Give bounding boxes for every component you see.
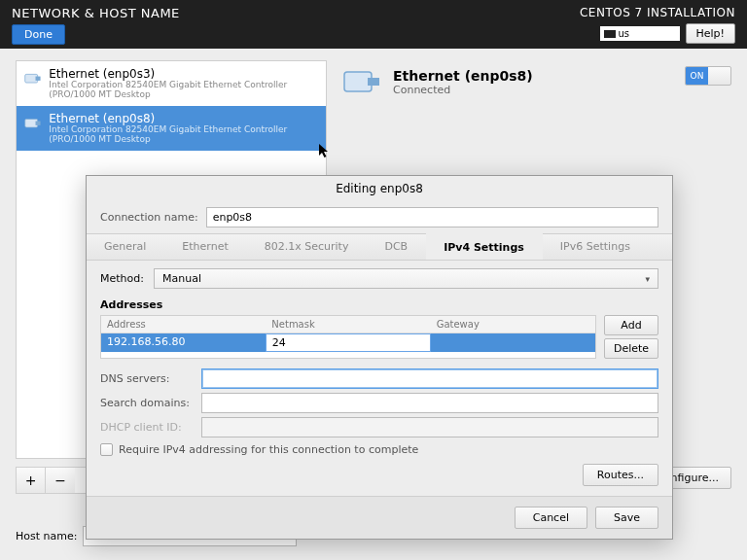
interface-item-enp0s8[interactable]: Ethernet (enp0s8) Intel Corporation 8254… — [17, 106, 326, 151]
interface-toggle[interactable]: ON — [685, 66, 731, 86]
svg-rect-5 — [368, 78, 379, 86]
connection-name-label: Connection name: — [100, 211, 198, 224]
remove-interface-button[interactable]: − — [46, 468, 75, 493]
tab-ipv4[interactable]: IPv4 Settings — [426, 233, 543, 260]
interface-desc: Intel Corporation 82540EM Gigabit Ethern… — [49, 125, 318, 145]
add-address-button[interactable]: Add — [604, 315, 658, 335]
gateway-cell[interactable] — [431, 333, 595, 352]
settings-tabs: General Ethernet 802.1x Security DCB IPv… — [87, 233, 672, 261]
connection-name-input[interactable] — [206, 207, 658, 228]
svg-rect-3 — [36, 121, 41, 124]
cancel-button[interactable]: Cancel — [515, 507, 587, 529]
dhcp-client-id-input — [201, 417, 658, 438]
method-select[interactable]: Manual ▾ — [154, 268, 658, 289]
nic-icon — [24, 69, 41, 87]
edit-connection-dialog: Editing enp0s8 Connection name: General … — [86, 175, 673, 540]
delete-address-button[interactable]: Delete — [604, 338, 658, 359]
col-gateway: Gateway — [431, 316, 595, 332]
detail-interface-status: Connected — [393, 84, 533, 96]
search-domains-input[interactable] — [201, 393, 658, 413]
netmask-cell[interactable] — [266, 333, 432, 352]
col-netmask: Netmask — [266, 316, 430, 332]
detail-interface-name: Ethernet (enp0s8) — [393, 68, 533, 84]
require-ipv4-checkbox[interactable] — [100, 443, 113, 456]
interface-name: Ethernet (enp0s3) — [49, 67, 318, 81]
address-row[interactable]: 192.168.56.80 — [101, 333, 595, 352]
tab-8021x[interactable]: 802.1x Security — [247, 234, 368, 260]
addresses-label: Addresses — [100, 298, 658, 311]
dialog-title: Editing enp0s8 — [87, 176, 672, 199]
nic-icon — [24, 114, 41, 131]
toggle-on-label: ON — [686, 67, 708, 85]
require-ipv4-label: Require IPv4 addressing for this connect… — [119, 443, 418, 456]
hostname-label: Host name: — [16, 530, 77, 542]
page-title: NETWORK & HOST NAME — [12, 6, 180, 20]
interface-item-enp0s3[interactable]: Ethernet (enp0s3) Intel Corporation 8254… — [17, 61, 326, 106]
top-bar: NETWORK & HOST NAME Done CENTOS 7 INSTAL… — [0, 0, 747, 49]
search-domains-label: Search domains: — [100, 397, 194, 409]
add-interface-button[interactable]: + — [17, 468, 46, 493]
method-label: Method: — [100, 272, 144, 285]
page-body: Ethernet (enp0s3) Intel Corporation 8254… — [0, 49, 747, 560]
keyboard-indicator[interactable]: us — [600, 26, 680, 41]
addresses-table: Address Netmask Gateway 192.168.56.80 — [100, 315, 596, 359]
col-address: Address — [101, 316, 266, 332]
install-title: CENTOS 7 INSTALLATION — [580, 6, 735, 19]
address-cell[interactable]: 192.168.56.80 — [101, 333, 266, 352]
interface-desc: Intel Corporation 82540EM Gigabit Ethern… — [49, 81, 318, 100]
routes-button[interactable]: Routes... — [583, 464, 658, 486]
dhcp-client-id-label: DHCP client ID: — [100, 421, 194, 434]
dns-input[interactable] — [201, 368, 658, 389]
dns-label: DNS servers: — [100, 372, 194, 385]
toggle-knob — [708, 67, 730, 85]
tab-ipv6[interactable]: IPv6 Settings — [543, 234, 649, 260]
done-button[interactable]: Done — [12, 24, 65, 45]
chevron-down-icon: ▾ — [645, 274, 650, 284]
netmask-input[interactable] — [272, 336, 425, 349]
interface-detail: Ethernet (enp0s8) Connected ON — [342, 60, 731, 103]
help-button[interactable]: Help! — [686, 23, 736, 44]
tab-ethernet[interactable]: Ethernet — [164, 234, 246, 260]
keyboard-layout: us — [619, 28, 630, 39]
save-button[interactable]: Save — [595, 507, 658, 529]
tab-general[interactable]: General — [87, 234, 164, 260]
interface-name: Ethernet (enp0s8) — [49, 112, 318, 125]
svg-rect-1 — [36, 77, 41, 81]
keyboard-flag-icon — [604, 30, 616, 38]
method-value: Manual — [162, 272, 201, 285]
nic-icon — [342, 64, 381, 99]
tab-dcb[interactable]: DCB — [367, 234, 426, 260]
svg-rect-4 — [344, 72, 372, 91]
